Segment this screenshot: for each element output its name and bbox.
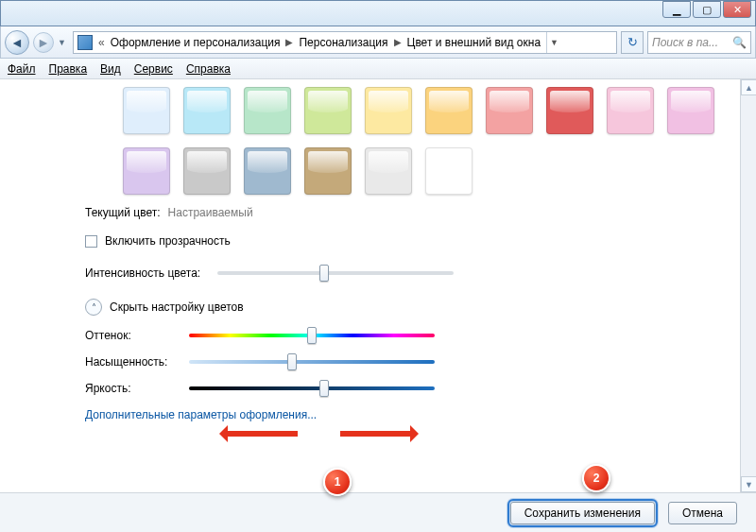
close-button[interactable]: ✕: [723, 1, 751, 18]
hue-slider[interactable]: [189, 334, 435, 337]
menu-edit[interactable]: Правка: [49, 62, 88, 76]
breadcrumb-3[interactable]: Цвет и внешний вид окна: [407, 36, 541, 49]
minimize-button[interactable]: ▁: [662, 1, 691, 18]
brightness-row: Яркость:: [85, 382, 756, 395]
menu-help[interactable]: Справка: [186, 62, 231, 76]
color-swatch-3[interactable]: [304, 87, 352, 134]
scroll-down-button[interactable]: ▼: [741, 476, 756, 492]
transparency-row: Включить прозрачность: [85, 234, 756, 248]
forward-button[interactable]: ►: [33, 32, 54, 53]
hue-label: Оттенок:: [85, 329, 189, 342]
color-swatch-4[interactable]: [365, 87, 412, 134]
color-swatch-15[interactable]: [425, 147, 472, 195]
address-dropdown[interactable]: ▼: [546, 32, 561, 53]
window-buttons: ▁ ▢ ✕: [661, 1, 751, 18]
hue-thumb[interactable]: [307, 327, 317, 344]
advanced-appearance-link[interactable]: Дополнительные параметры оформления...: [85, 408, 317, 421]
nav-history-dropdown[interactable]: ▼: [58, 38, 69, 47]
control-panel-icon: [77, 35, 93, 50]
back-button[interactable]: ◄: [5, 30, 29, 55]
chevron-right-icon: ▶: [394, 37, 402, 47]
color-swatch-grid: [123, 87, 728, 195]
search-placeholder: Поиск в па...: [652, 36, 718, 49]
color-swatch-14[interactable]: [365, 147, 412, 195]
hue-row: Оттенок:: [85, 329, 756, 342]
transparency-checkbox[interactable]: [85, 235, 97, 248]
menu-view[interactable]: Вид: [100, 62, 121, 76]
advanced-link-row: Дополнительные параметры оформления...: [85, 408, 756, 421]
intensity-thumb[interactable]: [319, 265, 329, 282]
color-swatch-0[interactable]: [123, 87, 170, 134]
menu-bar: Файл Правка Вид Сервис Справка: [0, 59, 756, 79]
color-mixer: Оттенок: Насыщенность: Яркость:: [85, 329, 756, 395]
intensity-slider[interactable]: [217, 271, 454, 275]
current-color-row: Текущий цвет: Настраиваемый: [85, 206, 756, 219]
color-swatch-8[interactable]: [607, 87, 654, 134]
color-swatch-2[interactable]: [244, 87, 291, 134]
menu-tools[interactable]: Сервис: [134, 62, 173, 76]
color-swatch-10[interactable]: [123, 147, 170, 195]
brightness-slider[interactable]: [189, 386, 435, 390]
annotation-badge-1: 1: [323, 468, 352, 496]
transparency-label: Включить прозрачность: [105, 234, 231, 248]
color-swatch-6[interactable]: [486, 87, 533, 134]
collapse-mixer-button[interactable]: ˄: [85, 299, 102, 316]
cancel-button-label: Отмена: [682, 506, 723, 520]
address-bar[interactable]: « Оформление и персонализация ▶ Персонал…: [73, 31, 617, 54]
brightness-label: Яркость:: [85, 382, 189, 395]
breadcrumb-2[interactable]: Персонализация: [299, 36, 387, 49]
breadcrumb-overflow[interactable]: «: [98, 36, 105, 49]
color-swatch-9[interactable]: [667, 87, 714, 134]
color-swatch-1[interactable]: [183, 87, 231, 134]
brightness-thumb[interactable]: [319, 380, 329, 397]
saturation-label: Насыщенность:: [85, 355, 189, 369]
scroll-up-button[interactable]: ▲: [741, 79, 756, 95]
content-area: ▲ ▼ Текущий цвет: Настраиваемый Включить…: [0, 79, 756, 492]
current-color-label: Текущий цвет:: [85, 206, 161, 219]
menu-file[interactable]: Файл: [8, 62, 36, 76]
save-button-label: Сохранить изменения: [524, 506, 641, 520]
intensity-label: Интенсивность цвета:: [85, 266, 217, 280]
save-button[interactable]: Сохранить изменения: [510, 502, 655, 524]
search-icon: 🔍: [732, 36, 747, 49]
refresh-button[interactable]: ↻: [621, 31, 644, 54]
mixer-toggle-row: ˄ Скрыть настройку цветов: [85, 299, 756, 316]
navigation-bar: ◄ ► ▼ « Оформление и персонализация ▶ Пе…: [0, 26, 756, 59]
mixer-toggle-label[interactable]: Скрыть настройку цветов: [110, 300, 244, 314]
annotation-arrow-right: [340, 431, 416, 437]
cancel-button[interactable]: Отмена: [668, 502, 737, 524]
window-titlebar: ▁ ▢ ✕: [0, 0, 756, 26]
intensity-row: Интенсивность цвета:: [85, 266, 756, 280]
color-swatch-11[interactable]: [183, 147, 231, 195]
current-color-value: Настраиваемый: [168, 206, 253, 219]
color-swatch-5[interactable]: [425, 87, 472, 134]
saturation-row: Насыщенность:: [85, 355, 756, 369]
button-bar: Сохранить изменения Отмена: [0, 492, 756, 532]
breadcrumb-1[interactable]: Оформление и персонализация: [111, 36, 281, 49]
chevron-right-icon: ▶: [285, 37, 293, 47]
annotation-badge-2: 2: [582, 464, 610, 492]
scrollbar[interactable]: ▲ ▼: [740, 79, 756, 492]
color-swatch-13[interactable]: [304, 147, 352, 195]
annotation-arrow-left: [222, 431, 298, 437]
color-swatch-12[interactable]: [244, 147, 291, 195]
color-swatch-7[interactable]: [546, 87, 593, 134]
search-input[interactable]: Поиск в па... 🔍: [647, 31, 751, 54]
saturation-slider[interactable]: [189, 360, 435, 364]
saturation-thumb[interactable]: [287, 353, 297, 370]
maximize-button[interactable]: ▢: [693, 1, 721, 18]
